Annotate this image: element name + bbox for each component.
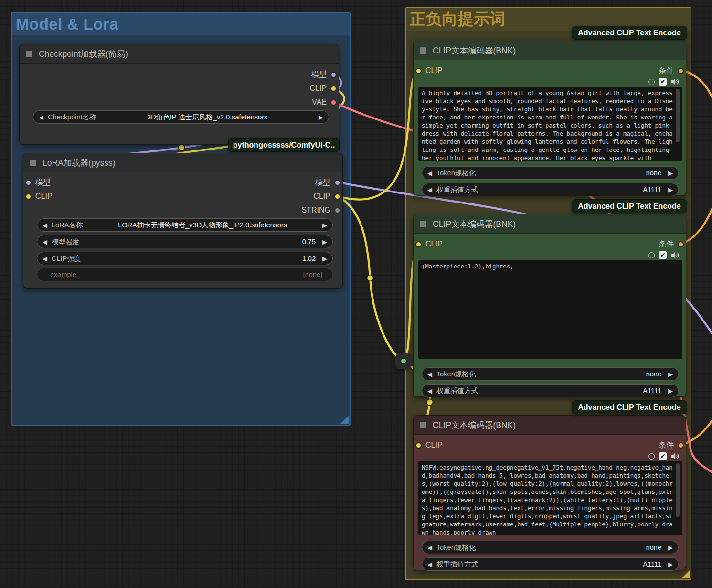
right-arrow-icon[interactable]: ▶ — [668, 544, 673, 551]
node-title: CLIP文本编码器(BNK) — [433, 45, 516, 56]
resize-handle-icon[interactable] — [340, 416, 349, 424]
widget-value: none — [476, 544, 668, 551]
left-arrow-icon[interactable]: ◀ — [427, 186, 432, 193]
model-input-port[interactable] — [25, 180, 32, 186]
widget-value: none — [476, 370, 668, 378]
scrollbar-thumb[interactable] — [676, 89, 680, 142]
example-widget[interactable]: example [none] — [37, 268, 333, 281]
node-header[interactable]: CLIP文本编码器(BNK) — [414, 214, 686, 234]
string-output-port[interactable] — [334, 207, 340, 214]
radio-icon[interactable] — [648, 453, 655, 460]
right-arrow-icon[interactable]: ▶ — [668, 186, 673, 193]
widget-value: A1111 — [478, 560, 668, 568]
collapse-icon[interactable] — [420, 221, 426, 227]
left-arrow-icon[interactable]: ◀ — [39, 114, 43, 121]
model-output-port[interactable] — [334, 180, 340, 186]
port-label: VAE — [312, 98, 327, 107]
speaker-icon[interactable] — [671, 78, 679, 86]
node-header[interactable]: CLIP文本编码器(BNK) — [414, 416, 686, 435]
conditioning-output-port[interactable] — [678, 241, 684, 247]
port-label: 模型 — [35, 178, 51, 188]
text-toolbar: ✔ — [648, 452, 679, 460]
node-header[interactable]: Checkpoint加载器(简易) — [20, 44, 339, 64]
vae-output-port[interactable] — [330, 99, 337, 106]
conditioning-output-port[interactable] — [678, 68, 684, 74]
widget-label: Token规格化 — [436, 169, 476, 178]
speaker-icon[interactable] — [671, 452, 679, 460]
checkpoint-name-widget[interactable]: ◀ Checkpoint名称 3D角色IP 迪士尼风格_v2.0.safeten… — [33, 110, 329, 124]
clip-input-port[interactable] — [415, 241, 422, 247]
prompt-textarea[interactable]: (Masterpiece:1.2),highres, — [418, 260, 682, 359]
model-output-port[interactable] — [330, 72, 337, 78]
scrollbar-thumb[interactable] — [676, 463, 680, 517]
weight-interpretation-widget[interactable]: ◀ 权重插值方式 A1111 ▶ — [422, 183, 679, 196]
checkbox-icon[interactable]: ✔ — [659, 78, 667, 86]
node-title: Checkpoint加载器(简易) — [39, 48, 128, 60]
left-arrow-icon[interactable]: ◀ — [43, 255, 47, 262]
model-strength-widget[interactable]: ◀ 模型强度 0.75 ▶ — [37, 235, 333, 248]
right-arrow-icon[interactable]: ▶ — [668, 387, 673, 395]
left-arrow-icon[interactable]: ◀ — [43, 238, 47, 246]
right-arrow-icon[interactable]: ▶ — [668, 170, 673, 177]
clip-input-port[interactable] — [25, 193, 32, 200]
clip-encoder-node-2[interactable]: CLIP文本编码器(BNK) CLIP 条件 ✔ (Masterpiece:1.… — [413, 214, 686, 397]
clip-encoder-node-1[interactable]: CLIP文本编码器(BNK) CLIP 条件 ✔ A highly detail… — [413, 41, 686, 196]
output-row-clip: CLIP — [313, 192, 340, 201]
clip-input-port[interactable] — [415, 68, 422, 74]
token-normalization-widget[interactable]: ◀ Token规格化 none ▶ — [422, 541, 679, 554]
checkbox-icon[interactable]: ✔ — [659, 251, 667, 259]
lora-name-widget[interactable]: ◀ LoRA名称 LORA抽卡无情终结者_v3D人物形象_IP2.0.safet… — [37, 218, 333, 232]
checkbox-icon[interactable]: ✔ — [659, 452, 667, 460]
left-arrow-icon[interactable]: ◀ — [427, 544, 432, 551]
collapse-icon[interactable] — [420, 422, 426, 428]
clip-input-port[interactable] — [415, 442, 422, 449]
clip-encoder-node-3[interactable]: CLIP文本编码器(BNK) CLIP 条件 ✔ NSFW,easynegati… — [413, 415, 686, 570]
advanced-clip-badge-1: Advanced CLIP Text Encode — [572, 26, 687, 40]
weight-interpretation-widget[interactable]: ◀ 权重插值方式 A1111 ▶ — [422, 384, 679, 397]
left-arrow-icon[interactable]: ◀ — [427, 170, 432, 177]
node-graph-canvas[interactable]: Model & Lora 正负向提示词 Checkpoint加载器(简易) — [0, 0, 712, 588]
collapse-icon[interactable] — [30, 160, 36, 166]
text-toolbar: ✔ — [648, 251, 679, 259]
port-label: CLIP — [425, 240, 443, 248]
right-arrow-icon[interactable]: ▶ — [668, 371, 673, 378]
right-arrow-icon[interactable]: ▶ — [322, 222, 327, 229]
group-title: Model & Lora — [16, 15, 118, 33]
left-arrow-icon[interactable]: ◀ — [427, 561, 432, 568]
radio-icon[interactable] — [648, 252, 655, 258]
prompt-textarea[interactable]: NSFW,easynegative,ng_deepnegative_v1_75t… — [418, 461, 682, 535]
widget-value: LORA抽卡无情终结者_v3D人物形象_IP2.0.safetensors — [83, 221, 322, 230]
collapse-icon[interactable] — [420, 47, 426, 54]
right-arrow-icon[interactable]: ▶ — [319, 114, 323, 121]
right-arrow-icon[interactable]: ▶ — [668, 561, 673, 568]
group-model-lora-titlebar[interactable]: Model & Lora — [12, 13, 350, 35]
lora-loader-node[interactable]: LoRA加载器(pysss) 模型 CLIP 模型 CLIP STRING ◀ … — [23, 153, 343, 289]
checkpoint-loader-node[interactable]: Checkpoint加载器(简易) 模型 CLIP VAE ◀ Checkpoi… — [19, 44, 339, 145]
resize-handle-icon[interactable] — [681, 570, 690, 578]
clip-output-port[interactable] — [334, 193, 340, 200]
node-title: LoRA加载器(pysss) — [43, 157, 116, 169]
weight-interpretation-widget[interactable]: ◀ 权重插值方式 A1111 ▶ — [422, 557, 679, 571]
conditioning-output-port[interactable] — [678, 442, 684, 449]
radio-icon[interactable] — [648, 79, 655, 85]
custom-node-source-badge: pythongosssss/ComfyUI-C.. — [228, 138, 340, 152]
prompt-textarea[interactable]: A highly detailed 3D portrait of a young… — [418, 87, 682, 161]
clip-strength-widget[interactable]: ◀ CLIP强度 1.02 ▶ — [37, 252, 333, 265]
node-header[interactable]: CLIP文本编码器(BNK) — [414, 41, 686, 60]
token-normalization-widget[interactable]: ◀ Token规格化 none ▶ — [422, 166, 679, 180]
port-label: 模型 — [311, 70, 327, 80]
speaker-icon[interactable] — [671, 251, 679, 259]
node-header[interactable]: LoRA加载器(pysss) — [23, 153, 342, 172]
right-arrow-icon[interactable]: ▶ — [322, 238, 327, 246]
right-arrow-icon[interactable]: ▶ — [322, 255, 327, 262]
token-normalization-widget[interactable]: ◀ Token规格化 none ▶ — [422, 367, 679, 381]
reroute-node[interactable] — [395, 353, 412, 369]
left-arrow-icon[interactable]: ◀ — [43, 222, 47, 229]
clip-output-port[interactable] — [330, 86, 337, 92]
reroute-dot[interactable] — [400, 358, 407, 364]
collapse-icon[interactable] — [26, 51, 32, 57]
left-arrow-icon[interactable]: ◀ — [427, 371, 432, 378]
port-label: 模型 — [315, 178, 330, 188]
left-arrow-icon[interactable]: ◀ — [427, 387, 432, 395]
output-row-conditioning: 条件 — [659, 66, 684, 75]
